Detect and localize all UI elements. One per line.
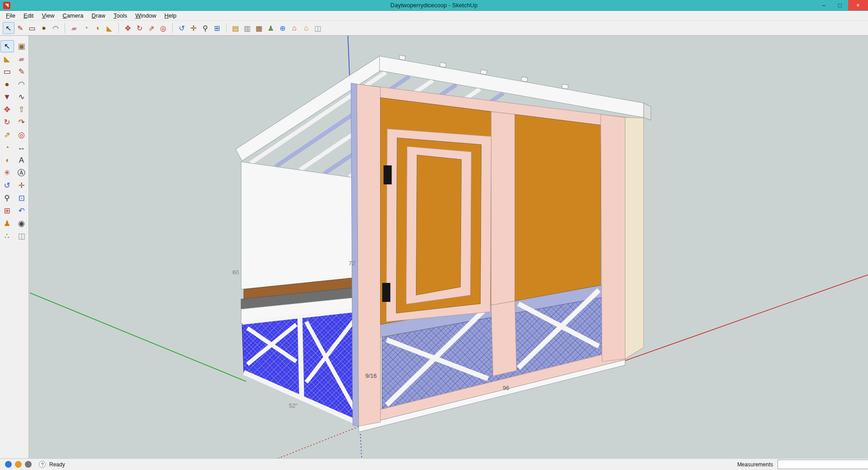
position-camera-tool[interactable]: ♟ bbox=[0, 217, 14, 230]
toolbar-separator bbox=[65, 23, 65, 33]
offset-tool[interactable]: ◎ bbox=[15, 129, 28, 141]
menu-file[interactable]: File bbox=[2, 11, 19, 20]
sign-in-status-icon[interactable] bbox=[25, 461, 32, 468]
make-component-tool[interactable]: ▣ bbox=[15, 40, 28, 52]
protractor-tool[interactable]: ◖ bbox=[0, 154, 14, 166]
rotate-tool[interactable]: ↻ bbox=[0, 116, 14, 128]
title-bar: ◥ Daytwoperrydicecoop - SketchUp – □ × bbox=[0, 0, 868, 11]
pan-tool-button[interactable]: ✛ bbox=[188, 22, 199, 34]
freehand-tool[interactable]: ∿ bbox=[15, 91, 28, 103]
window-title: Daytwoperrydicecoop - SketchUp bbox=[0, 2, 868, 9]
zoom-extents-button[interactable]: ⊞ bbox=[211, 22, 223, 34]
zoom-extents-tool[interactable]: ⊞ bbox=[0, 205, 14, 217]
toolbar-separator bbox=[118, 23, 119, 33]
left-wall[interactable] bbox=[241, 162, 357, 289]
google-earth-button[interactable]: ⊕ bbox=[277, 22, 288, 34]
large-tool-set: ↖▣◣▰▭✎●◠▼∿✥⇧↻↷⇗◎◔↔◖A✳Ⓐ↺✛⚲⊡⊞↶♟◉∴◫ bbox=[0, 36, 29, 458]
eraser-tool[interactable]: ▰ bbox=[15, 53, 28, 65]
viewport-canvas[interactable] bbox=[29, 36, 868, 458]
measurements-input[interactable] bbox=[778, 460, 868, 469]
offset-tool-button[interactable]: ◎ bbox=[157, 22, 169, 34]
pan-tool[interactable]: ✛ bbox=[15, 179, 28, 192]
minimize-button[interactable]: – bbox=[816, 0, 832, 10]
door-hinge-bottom bbox=[382, 283, 390, 302]
menu-help[interactable]: Help bbox=[160, 11, 181, 20]
section-plane-tool[interactable]: ◫ bbox=[15, 230, 28, 242]
eraser-tool-button[interactable]: ▰ bbox=[68, 22, 80, 34]
menu-bar: File Edit View Camera Draw Tools Window … bbox=[0, 11, 868, 21]
coop-door[interactable] bbox=[382, 129, 491, 322]
previous-view-tool[interactable]: ↶ bbox=[15, 205, 28, 217]
photo-textures-button[interactable]: ▦ bbox=[253, 22, 265, 34]
paint-bucket-tool[interactable]: ◣ bbox=[0, 53, 14, 65]
get-models-button[interactable]: ⌂ bbox=[288, 22, 300, 34]
maximize-button[interactable]: □ bbox=[832, 0, 848, 10]
zoom-tool[interactable]: ⚲ bbox=[0, 192, 14, 204]
select-tool[interactable]: ↖ bbox=[0, 40, 14, 52]
left-section[interactable] bbox=[241, 162, 359, 425]
text-tool[interactable]: A bbox=[15, 154, 28, 166]
model-figure-button[interactable]: ♟ bbox=[265, 22, 277, 34]
modeling-viewport[interactable]: 60 72' 52" 9/16 96 bbox=[29, 36, 868, 458]
rotate-tool-button[interactable]: ↻ bbox=[134, 22, 146, 34]
follow-me-tool[interactable]: ↷ bbox=[15, 116, 28, 128]
select-tool-button[interactable]: ↖ bbox=[3, 22, 14, 34]
import-button[interactable]: ▥ bbox=[241, 22, 253, 34]
menu-draw[interactable]: Draw bbox=[88, 11, 109, 20]
menu-camera[interactable]: Camera bbox=[58, 11, 87, 20]
toolbar-separator bbox=[172, 23, 173, 33]
lower-divider-post bbox=[491, 301, 517, 376]
export-image-button[interactable]: ▤ bbox=[230, 22, 241, 34]
share-model-button[interactable]: ⌂ bbox=[300, 22, 312, 34]
status-ready-text: Ready bbox=[49, 461, 65, 468]
circle-tool-button[interactable]: ● bbox=[38, 22, 50, 34]
door-center-panel bbox=[416, 155, 461, 295]
arc-tool[interactable]: ◠ bbox=[15, 78, 28, 90]
toolbar-separator bbox=[226, 23, 226, 33]
zoom-window-tool[interactable]: ⊡ bbox=[15, 192, 28, 204]
right-wall-panel[interactable] bbox=[515, 114, 601, 301]
dimension-tool[interactable]: ↔ bbox=[15, 141, 28, 154]
scale-tool-button[interactable]: ⇗ bbox=[146, 22, 157, 34]
components-button[interactable]: ◫ bbox=[312, 22, 324, 34]
close-button[interactable]: × bbox=[848, 0, 868, 10]
axes-tool[interactable]: ✳ bbox=[0, 167, 14, 179]
zoom-tool-button[interactable]: ⚲ bbox=[199, 22, 211, 34]
circle-tool[interactable]: ● bbox=[0, 78, 14, 90]
polygon-tool[interactable]: ▼ bbox=[0, 91, 14, 103]
rectangle-tool[interactable]: ▭ bbox=[0, 66, 14, 78]
3d-text-tool[interactable]: Ⓐ bbox=[15, 167, 28, 179]
orbit-tool-button[interactable]: ↺ bbox=[176, 22, 188, 34]
scale-tool[interactable]: ⇗ bbox=[0, 129, 14, 141]
menu-edit[interactable]: Edit bbox=[19, 11, 38, 20]
dim-96: 96 bbox=[503, 385, 509, 391]
rectangle-tool-button[interactable]: ▭ bbox=[26, 22, 38, 34]
line-tool-button[interactable]: ✎ bbox=[14, 22, 26, 34]
menu-window[interactable]: Window bbox=[131, 11, 160, 20]
dim-52: 52" bbox=[289, 402, 297, 409]
move-tool[interactable]: ✥ bbox=[0, 103, 14, 116]
move-tool-button[interactable]: ✥ bbox=[122, 22, 134, 34]
help-icon[interactable]: ? bbox=[39, 461, 46, 468]
status-bar: ? Ready Measurements bbox=[0, 458, 868, 470]
center-mullion bbox=[491, 112, 515, 305]
protractor-button[interactable]: ◖ bbox=[92, 22, 104, 34]
look-around-tool[interactable]: ◉ bbox=[15, 217, 28, 230]
tape-measure-button[interactable]: ◔ bbox=[80, 22, 92, 34]
paint-bucket-button[interactable]: ◣ bbox=[104, 22, 115, 34]
corner-stile bbox=[601, 114, 625, 362]
right-return-face bbox=[625, 118, 644, 359]
arc-tool-button[interactable]: ◠ bbox=[50, 22, 61, 34]
orbit-tool[interactable]: ↺ bbox=[0, 179, 14, 192]
dim-60: 60 bbox=[232, 269, 239, 276]
line-tool[interactable]: ✎ bbox=[15, 66, 28, 78]
geolocation-status-icon[interactable] bbox=[5, 461, 12, 468]
walk-tool[interactable]: ∴ bbox=[0, 230, 14, 242]
menu-tools[interactable]: Tools bbox=[109, 11, 131, 20]
credits-status-icon[interactable] bbox=[15, 461, 22, 468]
push-pull-tool[interactable]: ⇧ bbox=[15, 103, 28, 116]
coop-model[interactable] bbox=[236, 55, 651, 432]
menu-view[interactable]: View bbox=[38, 11, 58, 20]
door-hinge-top bbox=[383, 165, 392, 184]
tape-measure-tool[interactable]: ◔ bbox=[0, 141, 14, 154]
